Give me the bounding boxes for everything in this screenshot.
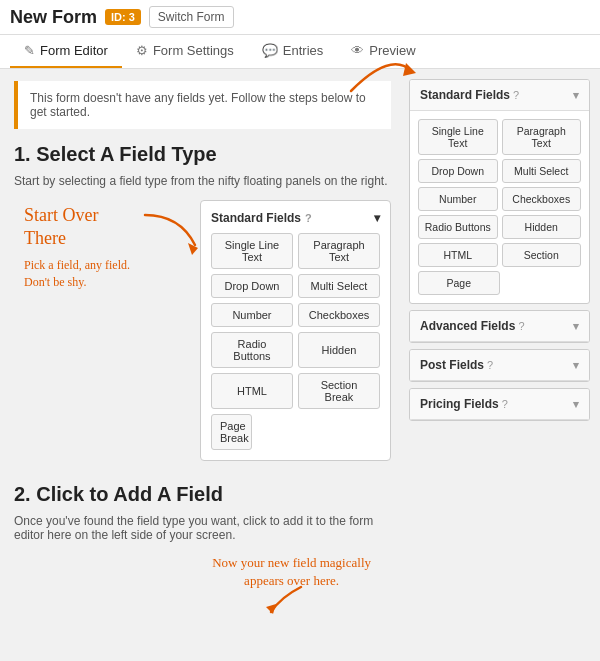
acc-btn-radio[interactable]: Radio Buttons — [418, 215, 498, 239]
field-btn-radio[interactable]: Radio Buttons — [211, 332, 293, 368]
field-btn-section-break[interactable]: Section Break — [298, 373, 380, 409]
step2-header: 2. Click to Add A Field — [14, 483, 391, 506]
field-panel-header: Standard Fields ? ▾ — [211, 211, 380, 225]
advanced-chevron-icon: ▾ — [573, 320, 579, 333]
standard-fields-accordion: Standard Fields ? ▾ Single Line Text Par… — [409, 79, 590, 304]
field-btn-single-line[interactable]: Single Line Text — [211, 233, 293, 269]
field-buttons-grid: Single Line Text Paragraph Text Drop Dow… — [211, 233, 380, 450]
pricing-fields-title: Pricing Fields — [420, 397, 499, 411]
field-btn-dropdown[interactable]: Drop Down — [211, 274, 293, 298]
acc-btn-paragraph[interactable]: Paragraph Text — [502, 119, 582, 155]
step2-section: 2. Click to Add A Field Once you've foun… — [14, 483, 391, 661]
post-chevron-icon: ▾ — [573, 359, 579, 372]
acc-btn-multi-select[interactable]: Multi Select — [502, 159, 582, 183]
tab-form-editor[interactable]: ✎ Form Editor — [10, 35, 122, 68]
right-panel: Standard Fields ? ▾ Single Line Text Par… — [405, 69, 600, 661]
acc-btn-hidden[interactable]: Hidden — [502, 215, 582, 239]
field-btn-html[interactable]: HTML — [211, 373, 293, 409]
help-icon: ? — [305, 212, 312, 224]
field-btn-number[interactable]: Number — [211, 303, 293, 327]
standard-help-icon: ? — [513, 89, 519, 101]
field-btn-checkboxes[interactable]: Checkboxes — [298, 303, 380, 327]
post-help-icon: ? — [487, 359, 493, 371]
acc-btn-html[interactable]: HTML — [418, 243, 498, 267]
advanced-fields-accordion: Advanced Fields ? ▾ — [409, 310, 590, 343]
acc-btn-section[interactable]: Section — [502, 243, 582, 267]
post-fields-title: Post Fields — [420, 358, 484, 372]
entries-icon: 💬 — [262, 43, 278, 58]
field-type-panel: Standard Fields ? ▾ Single Line Text Par… — [200, 200, 391, 461]
nav-tabs: ✎ Form Editor ⚙ Form Settings 💬 Entries … — [0, 35, 600, 69]
settings-icon: ⚙ — [136, 43, 148, 58]
acc-btn-number[interactable]: Number — [418, 187, 498, 211]
tab-form-settings[interactable]: ⚙ Form Settings — [122, 35, 248, 68]
standard-field-buttons: Single Line Text Paragraph Text Drop Dow… — [418, 119, 581, 295]
tab-form-settings-label: Form Settings — [153, 43, 234, 58]
handwriting-start-over: Start OverThere — [24, 204, 130, 251]
field-panel-title: Standard Fields — [211, 211, 301, 225]
field-btn-page-break[interactable]: Page Break — [211, 414, 252, 450]
standard-fields-body: Single Line Text Paragraph Text Drop Dow… — [410, 111, 589, 303]
step2-annotation-area: Now your new field magicallyappears over… — [14, 554, 391, 614]
standard-fields-header[interactable]: Standard Fields ? ▾ — [410, 80, 589, 111]
left-panel: This form doesn't have any fields yet. F… — [0, 69, 405, 661]
standard-fields-title: Standard Fields — [420, 88, 510, 102]
step1-header: 1. Select A Field Type — [14, 143, 391, 166]
tab-form-editor-label: Form Editor — [40, 43, 108, 58]
notice-arrow — [341, 41, 421, 101]
pricing-help-icon: ? — [502, 398, 508, 410]
standard-chevron-icon: ▾ — [573, 89, 579, 102]
form-editor-icon: ✎ — [24, 43, 35, 58]
field-btn-multi-select[interactable]: Multi Select — [298, 274, 380, 298]
acc-btn-checkboxes[interactable]: Checkboxes — [502, 187, 582, 211]
advanced-fields-title: Advanced Fields — [420, 319, 515, 333]
pricing-fields-accordion: Pricing Fields ? ▾ — [409, 388, 590, 421]
notice-text: This form doesn't have any fields yet. F… — [30, 91, 366, 119]
svg-marker-0 — [403, 63, 416, 76]
step1-arrow — [140, 210, 200, 260]
form-id-badge: ID: 3 — [105, 9, 141, 25]
notice-box: This form doesn't have any fields yet. F… — [14, 81, 391, 129]
step1-section: 1. Select A Field Type Start by selectin… — [14, 143, 391, 475]
svg-marker-1 — [188, 243, 198, 255]
acc-btn-page[interactable]: Page — [418, 271, 500, 295]
switch-form-button[interactable]: Switch Form — [149, 6, 234, 28]
step2-desc: Once you've found the field type you wan… — [14, 514, 391, 542]
acc-btn-dropdown[interactable]: Drop Down — [418, 159, 498, 183]
pricing-fields-header[interactable]: Pricing Fields ? ▾ — [410, 389, 589, 420]
acc-btn-single-line[interactable]: Single Line Text — [418, 119, 498, 155]
pricing-chevron-icon: ▾ — [573, 398, 579, 411]
tab-entries[interactable]: 💬 Entries — [248, 35, 337, 68]
field-btn-paragraph[interactable]: Paragraph Text — [298, 233, 380, 269]
page-title: New Form — [10, 7, 97, 28]
advanced-help-icon: ? — [518, 320, 524, 332]
post-fields-header[interactable]: Post Fields ? ▾ — [410, 350, 589, 381]
step1-desc: Start by selecting a field type from the… — [14, 174, 391, 188]
tab-entries-label: Entries — [283, 43, 323, 58]
handwriting-pick-field: Pick a field, any field.Don't be shy. — [24, 257, 130, 291]
field-btn-hidden[interactable]: Hidden — [298, 332, 380, 368]
post-fields-accordion: Post Fields ? ▾ — [409, 349, 590, 382]
top-bar: New Form ID: 3 Switch Form — [0, 0, 600, 35]
step2-arrow — [261, 582, 311, 617]
panel-chevron[interactable]: ▾ — [374, 211, 380, 225]
advanced-fields-header[interactable]: Advanced Fields ? ▾ — [410, 311, 589, 342]
main-layout: This form doesn't have any fields yet. F… — [0, 69, 600, 661]
